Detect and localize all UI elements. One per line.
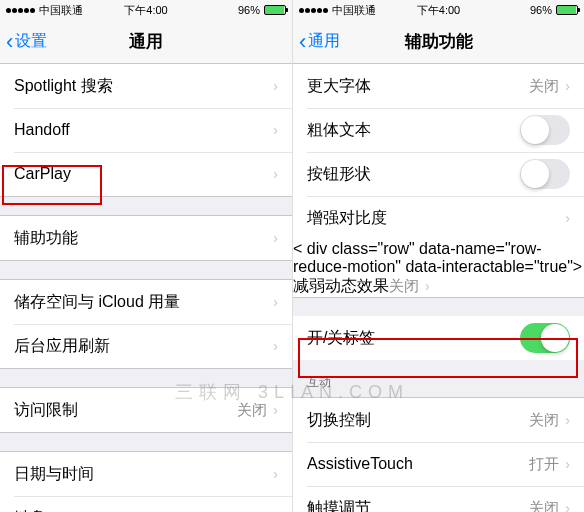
chevron-right-icon: › <box>273 166 278 182</box>
nav-title: 辅助功能 <box>405 30 473 53</box>
back-label: 通用 <box>308 31 340 52</box>
row-larger-text[interactable]: 更大字体关闭› <box>293 64 584 108</box>
chevron-right-icon: › <box>565 412 570 428</box>
carrier-label: 中国联通 <box>332 3 376 18</box>
status-bar: 中国联通 下午4:00 96% <box>0 0 292 20</box>
nav-bar: ‹ 通用 辅助功能 <box>293 20 584 64</box>
status-bar: 中国联通 下午4:00 96% <box>293 0 584 20</box>
row-assistivetouch[interactable]: AssistiveTouch打开› <box>293 442 584 486</box>
row-bold-text[interactable]: 粗体文本 <box>293 108 584 152</box>
chevron-right-icon: › <box>273 122 278 138</box>
row-carplay[interactable]: CarPlay› <box>0 152 292 196</box>
chevron-right-icon: › <box>273 402 278 418</box>
chevron-right-icon: › <box>273 78 278 94</box>
nav-bar: ‹ 设置 通用 <box>0 20 292 64</box>
back-label: 设置 <box>15 31 47 52</box>
accessibility-list: 更大字体关闭› 粗体文本 按钮形状 增强对比度› < div class="ro… <box>293 64 584 360</box>
signal-icon <box>299 8 328 13</box>
chevron-right-icon: › <box>273 338 278 354</box>
toggle-on-off-labels[interactable] <box>520 323 570 353</box>
row-restrictions[interactable]: 访问限制关闭› <box>0 388 292 432</box>
row-touch-accommodations[interactable]: 触摸调节关闭› <box>293 486 584 512</box>
row-switch-control[interactable]: 切换控制关闭› <box>293 398 584 442</box>
signal-icon <box>6 8 35 13</box>
row-storage[interactable]: 储存空间与 iCloud 用量› <box>0 280 292 324</box>
status-time: 下午4:00 <box>417 3 460 18</box>
chevron-right-icon: › <box>565 456 570 472</box>
back-button[interactable]: ‹ 设置 <box>0 31 47 53</box>
row-on-off-labels[interactable]: 开/关标签 <box>293 316 584 360</box>
chevron-right-icon: › <box>565 210 570 226</box>
toggle-button-shapes[interactable] <box>520 159 570 189</box>
section-header-interaction: 互动 <box>293 360 584 397</box>
back-button[interactable]: ‹ 通用 <box>293 31 340 53</box>
row-date-time[interactable]: 日期与时间› <box>0 452 292 496</box>
row-spotlight[interactable]: Spotlight 搜索› <box>0 64 292 108</box>
settings-list: Spotlight 搜索› Handoff› CarPlay› 辅助功能› 储存… <box>0 64 292 512</box>
row-button-shapes[interactable]: 按钮形状 <box>293 152 584 196</box>
screen-general: 中国联通 下午4:00 96% ‹ 设置 通用 Spotlight 搜索› Ha… <box>0 0 292 512</box>
chevron-right-icon: › <box>273 230 278 246</box>
row-background-refresh[interactable]: 后台应用刷新› <box>0 324 292 368</box>
battery-percent: 96% <box>530 4 552 16</box>
chevron-right-icon: › <box>273 294 278 310</box>
chevron-right-icon: › <box>273 466 278 482</box>
chevron-left-icon: ‹ <box>6 31 13 53</box>
row-keyboard[interactable]: 键盘› <box>0 496 292 512</box>
chevron-right-icon: › <box>565 78 570 94</box>
status-time: 下午4:00 <box>124 3 167 18</box>
battery-percent: 96% <box>238 4 260 16</box>
battery-icon <box>556 5 578 15</box>
toggle-bold-text[interactable] <box>520 115 570 145</box>
row-increase-contrast[interactable]: 增强对比度› <box>293 196 584 240</box>
chevron-left-icon: ‹ <box>299 31 306 53</box>
chevron-right-icon: › <box>565 500 570 512</box>
nav-title: 通用 <box>129 30 163 53</box>
row-accessibility[interactable]: 辅助功能› <box>0 216 292 260</box>
battery-icon <box>264 5 286 15</box>
row-handoff[interactable]: Handoff› <box>0 108 292 152</box>
chevron-right-icon: › <box>425 278 430 294</box>
screen-accessibility: 中国联通 下午4:00 96% ‹ 通用 辅助功能 更大字体关闭› 粗体文本 按… <box>292 0 584 512</box>
carrier-label: 中国联通 <box>39 3 83 18</box>
